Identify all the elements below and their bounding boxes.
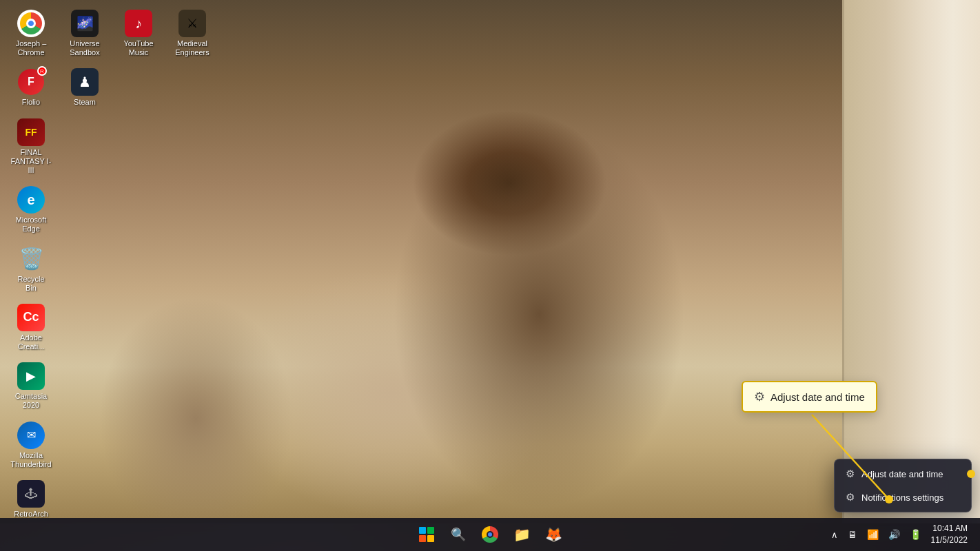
taskbar-file-explorer[interactable]: 📁 [508,521,535,548]
tray-battery-icon[interactable]: 🔋 [907,528,924,541]
icon-edge-label: MicrosoftEdge [16,216,47,233]
context-notifications-settings[interactable]: ⚙ Notifications settings [835,486,971,509]
icon-thunderbird-label: MozillaThunderbird [10,451,51,469]
adjust-datetime-gear-icon: ⚙ [846,468,855,480]
tooltip-text: Adjust date and time [770,391,865,403]
icon-edge[interactable]: e MicrosoftEdge [7,183,55,236]
icon-steam-label: Steam [74,98,96,107]
icon-row-4: e MicrosoftEdge [7,183,216,236]
icon-thunderbird[interactable]: ✉ MozillaThunderbird [7,419,55,472]
clock-time: 10:41 AM [932,523,968,534]
icon-flolio[interactable]: F R Flolio [7,65,55,110]
icon-final-fantasy[interactable]: FF FINALFANTASY I-III [7,116,55,178]
desktop-icon-area: Joseph – Chrome 🌌 UniverseSandbox ♪ YouT… [7,7,216,521]
tooltip-callout: ⚙ Adjust date and time [742,381,877,413]
file-explorer-icon: 📁 [513,526,531,543]
tray-icon-area: ∧ 🖥 📶 🔊 🔋 [828,528,924,541]
desktop: Joseph – Chrome 🌌 UniverseSandbox ♪ YouT… [0,0,980,551]
icon-row-5: 🗑️ RecycleBin [7,242,216,295]
start-button[interactable] [413,521,440,548]
icon-recycle-label: RecycleBin [17,275,44,293]
icon-youtube-label: YouTubeMusic [123,39,153,57]
icon-medieval-label: MedievalEngineers [175,39,210,57]
icon-camtasia-label: Camtasia2020 [15,392,47,410]
notifications-gear-icon: ⚙ [846,491,855,503]
adjust-datetime-label: Adjust date and time [861,469,943,479]
icon-row-8: ✉ MozillaThunderbird [7,419,216,472]
icon-ff-label: FINALFANTASY I-III [10,148,52,176]
icon-recycle[interactable]: 🗑️ RecycleBin [7,242,55,295]
taskbar: 🔍 📁 🦊 ∧ 🖥 📶 🔊 [0,518,980,551]
system-tray: ∧ 🖥 📶 🔊 🔋 10:41 AM 11/5/2022 [828,518,980,551]
windows-logo-icon [419,527,434,542]
context-adjust-datetime[interactable]: ⚙ Adjust date and time [835,462,971,486]
icon-adobe-label: AdobeCreati... [18,333,45,351]
highlight-dot [967,470,975,478]
icon-universe-label: UniverseSandbox [70,39,99,57]
firefox-icon: 🦊 [545,526,562,543]
icon-medieval[interactable]: ⚔ MedievalEngineers [168,7,216,60]
icon-adobe[interactable]: Cc AdobeCreati... [7,301,55,354]
icon-row-2: F R Flolio ♟ Steam [7,65,216,110]
taskbar-context-menu: ⚙ Adjust date and time ⚙ Notifications s… [834,459,972,512]
taskbar-chrome[interactable] [476,521,504,548]
search-icon: 🔍 [451,527,466,542]
icon-youtube-music[interactable]: ♪ YouTubeMusic [114,7,163,60]
flolio-badge: R [37,66,47,76]
search-button[interactable]: 🔍 [445,521,472,548]
wall-corner [842,0,980,523]
icon-chrome-label: Joseph – Chrome [10,39,52,57]
icon-universe-sandbox[interactable]: 🌌 UniverseSandbox [61,7,109,60]
icon-row-1: Joseph – Chrome 🌌 UniverseSandbox ♪ YouT… [7,7,216,60]
taskbar-center-icons: 🔍 📁 🦊 [413,521,567,548]
icon-retroarch[interactable]: 🕹 RetroArch [7,477,55,521]
icon-camtasia[interactable]: ▶ Camtasia2020 [7,360,55,413]
tray-volume-icon[interactable]: 🔊 [886,528,903,541]
tray-wifi-icon[interactable]: 📶 [864,528,881,541]
icon-steam[interactable]: ♟ Steam [61,65,109,110]
taskbar-firefox[interactable]: 🦊 [540,521,567,548]
icon-row-3: FF FINALFANTASY I-III [7,116,216,178]
tray-network-icon[interactable]: 🖥 [845,528,860,541]
icon-row-9: 🕹 RetroArch [7,477,216,521]
icon-row-6: Cc AdobeCreati... [7,301,216,354]
clock-area[interactable]: 10:41 AM 11/5/2022 [927,521,972,548]
icon-chrome[interactable]: Joseph – Chrome [7,7,55,60]
icon-flolio-label: Flolio [22,98,40,107]
tray-chevron-icon[interactable]: ∧ [828,528,841,541]
notifications-settings-label: Notifications settings [861,492,943,503]
clock-date: 11/5/2022 [931,534,968,546]
icon-row-7: ▶ Camtasia2020 [7,360,216,413]
tooltip-gear-icon: ⚙ [754,389,765,404]
